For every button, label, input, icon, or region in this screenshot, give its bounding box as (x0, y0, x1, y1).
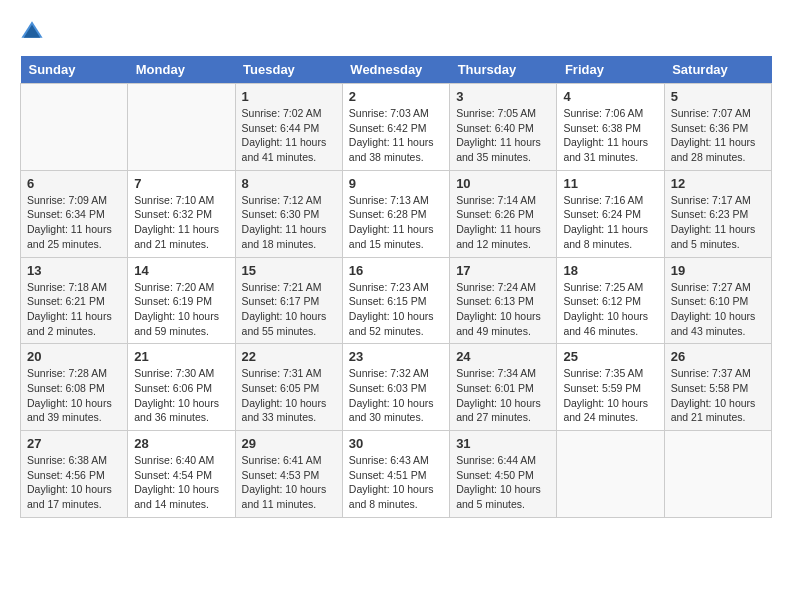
day-number: 22 (242, 349, 336, 364)
col-header-monday: Monday (128, 56, 235, 84)
calendar-cell (557, 431, 664, 518)
day-number: 26 (671, 349, 765, 364)
day-info: Sunrise: 7:25 AM Sunset: 6:12 PM Dayligh… (563, 280, 657, 339)
day-info: Sunrise: 7:28 AM Sunset: 6:08 PM Dayligh… (27, 366, 121, 425)
calendar-cell: 20Sunrise: 7:28 AM Sunset: 6:08 PM Dayli… (21, 344, 128, 431)
calendar-cell: 31Sunrise: 6:44 AM Sunset: 4:50 PM Dayli… (450, 431, 557, 518)
day-info: Sunrise: 6:43 AM Sunset: 4:51 PM Dayligh… (349, 453, 443, 512)
day-number: 11 (563, 176, 657, 191)
calendar-cell: 3Sunrise: 7:05 AM Sunset: 6:40 PM Daylig… (450, 84, 557, 171)
day-number: 7 (134, 176, 228, 191)
col-header-wednesday: Wednesday (342, 56, 449, 84)
day-number: 18 (563, 263, 657, 278)
calendar-cell: 6Sunrise: 7:09 AM Sunset: 6:34 PM Daylig… (21, 170, 128, 257)
day-number: 12 (671, 176, 765, 191)
day-info: Sunrise: 6:44 AM Sunset: 4:50 PM Dayligh… (456, 453, 550, 512)
calendar-cell: 15Sunrise: 7:21 AM Sunset: 6:17 PM Dayli… (235, 257, 342, 344)
day-info: Sunrise: 7:32 AM Sunset: 6:03 PM Dayligh… (349, 366, 443, 425)
col-header-saturday: Saturday (664, 56, 771, 84)
day-info: Sunrise: 6:40 AM Sunset: 4:54 PM Dayligh… (134, 453, 228, 512)
day-info: Sunrise: 7:12 AM Sunset: 6:30 PM Dayligh… (242, 193, 336, 252)
day-number: 27 (27, 436, 121, 451)
day-number: 10 (456, 176, 550, 191)
day-number: 9 (349, 176, 443, 191)
day-info: Sunrise: 7:05 AM Sunset: 6:40 PM Dayligh… (456, 106, 550, 165)
day-info: Sunrise: 6:41 AM Sunset: 4:53 PM Dayligh… (242, 453, 336, 512)
calendar-cell: 10Sunrise: 7:14 AM Sunset: 6:26 PM Dayli… (450, 170, 557, 257)
day-info: Sunrise: 7:10 AM Sunset: 6:32 PM Dayligh… (134, 193, 228, 252)
calendar-cell: 19Sunrise: 7:27 AM Sunset: 6:10 PM Dayli… (664, 257, 771, 344)
day-number: 19 (671, 263, 765, 278)
calendar-week-5: 27Sunrise: 6:38 AM Sunset: 4:56 PM Dayli… (21, 431, 772, 518)
day-info: Sunrise: 7:27 AM Sunset: 6:10 PM Dayligh… (671, 280, 765, 339)
calendar-cell: 22Sunrise: 7:31 AM Sunset: 6:05 PM Dayli… (235, 344, 342, 431)
calendar-header-row: SundayMondayTuesdayWednesdayThursdayFrid… (21, 56, 772, 84)
day-number: 25 (563, 349, 657, 364)
day-number: 23 (349, 349, 443, 364)
calendar-cell: 8Sunrise: 7:12 AM Sunset: 6:30 PM Daylig… (235, 170, 342, 257)
day-number: 8 (242, 176, 336, 191)
day-info: Sunrise: 7:16 AM Sunset: 6:24 PM Dayligh… (563, 193, 657, 252)
day-number: 5 (671, 89, 765, 104)
day-number: 24 (456, 349, 550, 364)
calendar-cell: 1Sunrise: 7:02 AM Sunset: 6:44 PM Daylig… (235, 84, 342, 171)
day-info: Sunrise: 7:02 AM Sunset: 6:44 PM Dayligh… (242, 106, 336, 165)
day-number: 14 (134, 263, 228, 278)
day-info: Sunrise: 7:13 AM Sunset: 6:28 PM Dayligh… (349, 193, 443, 252)
calendar-week-2: 6Sunrise: 7:09 AM Sunset: 6:34 PM Daylig… (21, 170, 772, 257)
day-number: 15 (242, 263, 336, 278)
col-header-thursday: Thursday (450, 56, 557, 84)
day-info: Sunrise: 7:06 AM Sunset: 6:38 PM Dayligh… (563, 106, 657, 165)
calendar-cell (128, 84, 235, 171)
page-header (20, 20, 772, 40)
calendar-cell: 25Sunrise: 7:35 AM Sunset: 5:59 PM Dayli… (557, 344, 664, 431)
calendar-cell: 7Sunrise: 7:10 AM Sunset: 6:32 PM Daylig… (128, 170, 235, 257)
day-info: Sunrise: 7:14 AM Sunset: 6:26 PM Dayligh… (456, 193, 550, 252)
calendar-cell: 29Sunrise: 6:41 AM Sunset: 4:53 PM Dayli… (235, 431, 342, 518)
day-number: 1 (242, 89, 336, 104)
day-number: 4 (563, 89, 657, 104)
day-number: 20 (27, 349, 121, 364)
day-number: 16 (349, 263, 443, 278)
day-number: 17 (456, 263, 550, 278)
calendar-cell: 23Sunrise: 7:32 AM Sunset: 6:03 PM Dayli… (342, 344, 449, 431)
day-number: 2 (349, 89, 443, 104)
calendar-cell: 12Sunrise: 7:17 AM Sunset: 6:23 PM Dayli… (664, 170, 771, 257)
day-info: Sunrise: 7:17 AM Sunset: 6:23 PM Dayligh… (671, 193, 765, 252)
col-header-friday: Friday (557, 56, 664, 84)
day-info: Sunrise: 7:03 AM Sunset: 6:42 PM Dayligh… (349, 106, 443, 165)
col-header-sunday: Sunday (21, 56, 128, 84)
calendar-cell: 21Sunrise: 7:30 AM Sunset: 6:06 PM Dayli… (128, 344, 235, 431)
day-info: Sunrise: 6:38 AM Sunset: 4:56 PM Dayligh… (27, 453, 121, 512)
calendar-cell: 28Sunrise: 6:40 AM Sunset: 4:54 PM Dayli… (128, 431, 235, 518)
day-number: 29 (242, 436, 336, 451)
day-number: 3 (456, 89, 550, 104)
day-number: 30 (349, 436, 443, 451)
day-info: Sunrise: 7:31 AM Sunset: 6:05 PM Dayligh… (242, 366, 336, 425)
calendar-cell: 11Sunrise: 7:16 AM Sunset: 6:24 PM Dayli… (557, 170, 664, 257)
calendar-cell (664, 431, 771, 518)
calendar-cell: 16Sunrise: 7:23 AM Sunset: 6:15 PM Dayli… (342, 257, 449, 344)
day-info: Sunrise: 7:20 AM Sunset: 6:19 PM Dayligh… (134, 280, 228, 339)
day-number: 13 (27, 263, 121, 278)
calendar-cell: 17Sunrise: 7:24 AM Sunset: 6:13 PM Dayli… (450, 257, 557, 344)
day-number: 31 (456, 436, 550, 451)
calendar-cell: 24Sunrise: 7:34 AM Sunset: 6:01 PM Dayli… (450, 344, 557, 431)
calendar-week-4: 20Sunrise: 7:28 AM Sunset: 6:08 PM Dayli… (21, 344, 772, 431)
calendar-cell: 14Sunrise: 7:20 AM Sunset: 6:19 PM Dayli… (128, 257, 235, 344)
calendar-cell: 9Sunrise: 7:13 AM Sunset: 6:28 PM Daylig… (342, 170, 449, 257)
col-header-tuesday: Tuesday (235, 56, 342, 84)
calendar-cell: 4Sunrise: 7:06 AM Sunset: 6:38 PM Daylig… (557, 84, 664, 171)
calendar-cell: 13Sunrise: 7:18 AM Sunset: 6:21 PM Dayli… (21, 257, 128, 344)
day-number: 6 (27, 176, 121, 191)
calendar-cell: 27Sunrise: 6:38 AM Sunset: 4:56 PM Dayli… (21, 431, 128, 518)
calendar-cell: 2Sunrise: 7:03 AM Sunset: 6:42 PM Daylig… (342, 84, 449, 171)
calendar-week-3: 13Sunrise: 7:18 AM Sunset: 6:21 PM Dayli… (21, 257, 772, 344)
day-info: Sunrise: 7:23 AM Sunset: 6:15 PM Dayligh… (349, 280, 443, 339)
day-info: Sunrise: 7:30 AM Sunset: 6:06 PM Dayligh… (134, 366, 228, 425)
day-info: Sunrise: 7:35 AM Sunset: 5:59 PM Dayligh… (563, 366, 657, 425)
day-info: Sunrise: 7:09 AM Sunset: 6:34 PM Dayligh… (27, 193, 121, 252)
calendar-cell: 30Sunrise: 6:43 AM Sunset: 4:51 PM Dayli… (342, 431, 449, 518)
calendar-cell (21, 84, 128, 171)
day-info: Sunrise: 7:34 AM Sunset: 6:01 PM Dayligh… (456, 366, 550, 425)
